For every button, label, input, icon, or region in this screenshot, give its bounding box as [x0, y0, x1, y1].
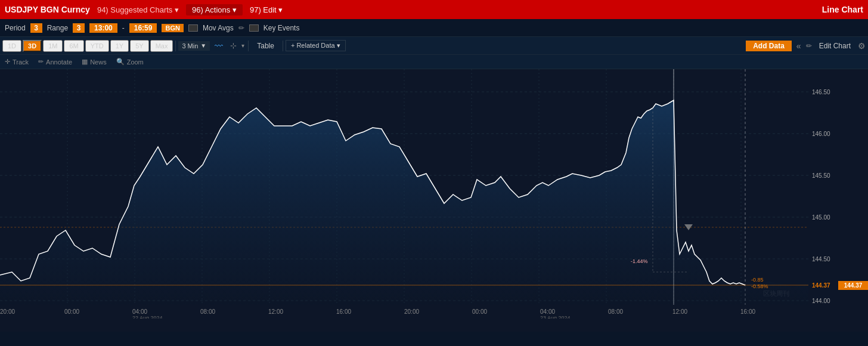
- range-label: Range: [47, 24, 68, 32]
- period-ytd-btn[interactable]: YTD: [85, 40, 109, 52]
- annotate-btn[interactable]: ✏ Annotate: [38, 58, 72, 66]
- mov-avgs-label: Mov Avgs: [203, 24, 234, 32]
- svg-text:16:00: 16:00: [336, 308, 351, 315]
- separator-3: [283, 41, 283, 51]
- period-6m-btn[interactable]: 6M: [64, 40, 83, 52]
- period-max-btn[interactable]: Max: [150, 40, 173, 52]
- zoom-label: Zoom: [127, 58, 144, 66]
- zoom-btn[interactable]: 🔍 Zoom: [116, 58, 144, 66]
- chart-line-icon[interactable]: 〰: [211, 40, 227, 52]
- period-1d-btn[interactable]: 1D: [2, 40, 21, 52]
- svg-text:00:00: 00:00: [64, 308, 79, 315]
- edit-btn[interactable]: 97) Edit ▾: [250, 5, 283, 14]
- period-label: Period: [5, 24, 26, 32]
- chart-type-label: Line Chart: [822, 5, 863, 14]
- range-value[interactable]: 3: [73, 23, 85, 33]
- interval-label: 3 Min: [182, 42, 198, 50]
- separator-1: [175, 41, 176, 51]
- key-events-checkbox[interactable]: [249, 24, 259, 32]
- interval-selector[interactable]: 3 Min ▼: [178, 41, 210, 51]
- pencil-icon: ✏: [238, 24, 244, 32]
- period-bar: Period 3 Range 3 13:00 - 16:59 BGN Mov A…: [0, 19, 868, 37]
- svg-text:144.50: 144.50: [812, 256, 830, 262]
- svg-text:16:00: 16:00: [740, 308, 755, 315]
- svg-text:23 Aug 2024: 23 Aug 2024: [540, 315, 571, 319]
- period-5y-btn[interactable]: 5Y: [130, 40, 148, 52]
- period-1y-btn[interactable]: 1Y: [110, 40, 129, 52]
- title-bar-left: USDJPY BGN Curncy 94) Suggested Charts ▾…: [5, 4, 822, 16]
- gear-icon[interactable]: ⚙: [858, 41, 866, 51]
- chart-area[interactable]: -1.44% -0.85 -0.58% 146.50 146.00 145.50…: [0, 69, 868, 332]
- annotate-icon: ✏: [38, 58, 44, 66]
- separator-2: [248, 41, 249, 51]
- interval-dropdown-icon: ▼: [200, 42, 206, 49]
- svg-text:22 Aug 2024: 22 Aug 2024: [132, 315, 163, 319]
- track-label: Track: [13, 58, 29, 66]
- news-btn[interactable]: ▦ News: [82, 58, 107, 66]
- instrument-label: USDJPY BGN Curncy: [5, 5, 90, 14]
- add-data-btn[interactable]: Add Data: [746, 41, 792, 51]
- zoom-icon: 🔍: [116, 58, 125, 66]
- svg-text:08:00: 08:00: [608, 308, 623, 315]
- svg-text:04:00: 04:00: [540, 308, 555, 315]
- track-btn[interactable]: ✛ Track: [5, 58, 29, 66]
- edit-pencil-icon: ✏: [806, 42, 812, 50]
- svg-text:12:00: 12:00: [268, 308, 283, 315]
- time-sep: -: [122, 24, 125, 32]
- collapse-arrows-icon[interactable]: «: [794, 41, 804, 51]
- svg-text:区块周刊: 区块周刊: [763, 290, 789, 297]
- period-value[interactable]: 3: [30, 23, 42, 33]
- period-3d-btn[interactable]: 3D: [23, 40, 42, 52]
- svg-text:146.50: 146.50: [812, 89, 830, 95]
- table-btn[interactable]: Table: [251, 41, 280, 51]
- svg-text:-1.44%: -1.44%: [631, 258, 648, 264]
- annotate-label: Annotate: [46, 58, 72, 66]
- svg-text:-0.85: -0.85: [751, 277, 764, 283]
- svg-text:12:00: 12:00: [672, 308, 687, 315]
- crosshair-icon[interactable]: ⊹: [228, 41, 239, 50]
- svg-text:146.00: 146.00: [812, 131, 830, 137]
- svg-text:144.37: 144.37: [812, 282, 830, 289]
- suggested-charts-btn[interactable]: 94) Suggested Charts ▾: [97, 5, 179, 14]
- period-1m-btn[interactable]: 1M: [43, 40, 63, 52]
- news-icon: ▦: [82, 58, 88, 66]
- news-label: News: [90, 58, 107, 66]
- toolbar-bar: 1D 3D 1M 6M YTD 1Y 5Y Max 3 Min ▼ 〰 ⊹ ▾ …: [0, 37, 868, 55]
- svg-text:145.50: 145.50: [812, 172, 830, 179]
- svg-text:08:00: 08:00: [200, 308, 215, 315]
- subtoolbar: ✛ Track ✏ Annotate ▦ News 🔍 Zoom: [0, 55, 868, 69]
- mov-avgs-checkbox[interactable]: [188, 24, 198, 32]
- toolbar-right: Add Data « ✏ Edit Chart ⚙: [746, 41, 866, 51]
- actions-btn[interactable]: 96) Actions ▾: [186, 4, 243, 16]
- bgn-badge: BGN: [162, 24, 183, 32]
- chart-svg: -1.44% -0.85 -0.58% 146.50 146.00 145.50…: [0, 69, 838, 319]
- svg-text:04:00: 04:00: [132, 308, 147, 315]
- svg-text:145.00: 145.00: [812, 214, 830, 221]
- time-start[interactable]: 13:00: [89, 23, 117, 33]
- chart-options-dropdown[interactable]: ▾: [240, 42, 246, 49]
- time-end[interactable]: 16:59: [129, 23, 157, 33]
- svg-text:20:00: 20:00: [404, 308, 419, 315]
- svg-text:-0.58%: -0.58%: [751, 283, 768, 289]
- title-bar: USDJPY BGN Curncy 94) Suggested Charts ▾…: [0, 0, 868, 19]
- edit-chart-btn[interactable]: Edit Chart: [814, 41, 855, 51]
- track-icon: ✛: [5, 58, 10, 66]
- svg-text:20:00: 20:00: [0, 308, 15, 315]
- svg-text:00:00: 00:00: [472, 308, 487, 315]
- key-events-label: Key Events: [264, 24, 300, 32]
- current-price-badge: 144.37: [838, 281, 868, 290]
- svg-text:144.00: 144.00: [812, 298, 830, 304]
- related-data-btn[interactable]: + Related Data ▾: [286, 40, 346, 51]
